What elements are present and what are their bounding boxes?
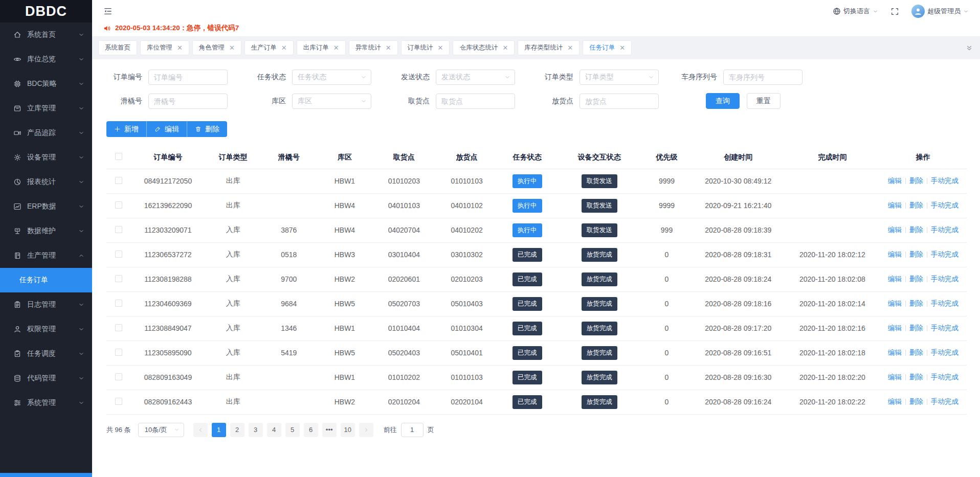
row-checkbox[interactable] (115, 251, 122, 258)
tab-close-icon[interactable]: ✕ (386, 44, 391, 51)
page-number-button[interactable]: 1 (212, 423, 226, 437)
page-size-select[interactable]: 10条/页 (138, 423, 184, 437)
search-button[interactable]: 查询 (706, 93, 740, 109)
edit-link[interactable]: 编辑 (888, 398, 902, 405)
tab[interactable]: 角色管理✕ (192, 40, 241, 55)
manual-complete-link[interactable]: 手动完成 (931, 349, 959, 356)
sidebar-item[interactable]: 系统管理 (0, 391, 92, 415)
delete-button[interactable]: 删除 (187, 121, 227, 137)
delete-link[interactable]: 删除 (909, 251, 923, 258)
edit-link[interactable]: 编辑 (888, 275, 902, 283)
delete-link[interactable]: 删除 (909, 324, 923, 332)
tab-close-icon[interactable]: ✕ (177, 44, 183, 51)
tab[interactable]: 库位管理✕ (140, 40, 189, 55)
delete-link[interactable]: 删除 (909, 201, 923, 209)
page-number-button[interactable]: 3 (249, 423, 263, 437)
fullscreen-icon[interactable] (890, 7, 899, 16)
sidebar-item[interactable]: 产品追踪 (0, 121, 92, 145)
edit-link[interactable]: 编辑 (888, 226, 902, 234)
reset-button[interactable]: 重置 (747, 93, 781, 109)
edit-link[interactable]: 编辑 (888, 373, 902, 381)
delete-link[interactable]: 删除 (909, 373, 923, 381)
row-checkbox[interactable] (115, 349, 122, 356)
manual-complete-link[interactable]: 手动完成 (931, 226, 959, 234)
manual-complete-link[interactable]: 手动完成 (931, 275, 959, 283)
sidebar-item[interactable]: 系统首页 (0, 22, 92, 47)
edit-link[interactable]: 编辑 (888, 349, 902, 356)
row-checkbox[interactable] (115, 324, 122, 331)
sidebar-item[interactable]: 库位总览 (0, 47, 92, 72)
row-checkbox[interactable] (115, 201, 122, 209)
sidebar-item[interactable]: 设备管理 (0, 145, 92, 170)
tab[interactable]: 系统首页 (98, 40, 137, 55)
add-button[interactable]: 新增 (106, 121, 147, 137)
tab-close-icon[interactable]: ✕ (281, 44, 287, 51)
delete-link[interactable]: 删除 (909, 349, 923, 356)
delete-link[interactable]: 删除 (909, 300, 923, 307)
edit-link[interactable]: 编辑 (888, 300, 902, 307)
manual-complete-link[interactable]: 手动完成 (931, 373, 959, 381)
sidebar-item[interactable]: 任务调度 (0, 342, 92, 366)
filter-input[interactable] (436, 94, 515, 109)
tab[interactable]: 生产订单✕ (244, 40, 294, 55)
sidebar-item[interactable]: 生产管理 (0, 243, 92, 268)
filter-select[interactable]: 订单类型 (580, 70, 659, 85)
tab[interactable]: 库存类型统计✕ (518, 40, 580, 55)
sidebar-subitem[interactable]: 任务订单 (0, 268, 92, 292)
manual-complete-link[interactable]: 手动完成 (931, 177, 959, 185)
tab-close-icon[interactable]: ✕ (438, 44, 443, 51)
delete-link[interactable]: 删除 (909, 177, 923, 185)
edit-link[interactable]: 编辑 (888, 201, 902, 209)
tab-close-icon[interactable]: ✕ (502, 44, 508, 51)
tab-close-icon[interactable]: ✕ (567, 44, 573, 51)
tab-close-icon[interactable]: ✕ (619, 44, 625, 51)
page-number-button[interactable]: 2 (230, 423, 244, 437)
page-number-button[interactable]: ••• (322, 423, 337, 437)
delete-link[interactable]: 删除 (909, 275, 923, 283)
filter-select[interactable]: 任务状态 (292, 70, 371, 85)
language-switcher[interactable]: 切换语言 (833, 7, 878, 16)
tab[interactable]: 出库订单✕ (297, 40, 346, 55)
page-number-button[interactable]: 5 (285, 423, 300, 437)
sidebar-item[interactable]: 报表统计 (0, 170, 92, 194)
manual-complete-link[interactable]: 手动完成 (931, 251, 959, 258)
edit-link[interactable]: 编辑 (888, 251, 902, 258)
tab[interactable]: 仓库状态统计✕ (453, 40, 515, 55)
user-menu[interactable]: 超级管理员 (911, 5, 969, 18)
next-page-button[interactable] (359, 423, 373, 437)
manual-complete-link[interactable]: 手动完成 (931, 398, 959, 405)
tab-close-icon[interactable]: ✕ (333, 44, 339, 51)
filter-input[interactable] (148, 70, 228, 85)
select-all-checkbox[interactable] (115, 153, 122, 160)
page-number-button[interactable]: 6 (304, 423, 318, 437)
sidebar-item[interactable]: 数据维护 (0, 219, 92, 243)
sidebar-collapse-icon[interactable] (103, 7, 113, 16)
sidebar-item[interactable]: 日志管理 (0, 292, 92, 317)
filter-select[interactable]: 库区 (292, 94, 371, 109)
sidebar-item[interactable]: ERP数据 (0, 194, 92, 219)
tab[interactable]: 异常统计✕ (349, 40, 398, 55)
row-checkbox[interactable] (115, 300, 122, 307)
row-checkbox[interactable] (115, 177, 122, 184)
row-checkbox[interactable] (115, 373, 122, 380)
tab-close-icon[interactable]: ✕ (229, 44, 235, 51)
tab[interactable]: 任务订单✕ (583, 40, 632, 55)
prev-page-button[interactable] (193, 423, 208, 437)
page-number-button[interactable]: 10 (341, 423, 355, 437)
manual-complete-link[interactable]: 手动完成 (931, 201, 959, 209)
tabs-collapse-icon[interactable] (966, 44, 973, 52)
manual-complete-link[interactable]: 手动完成 (931, 324, 959, 332)
sidebar-item[interactable]: 立库管理 (0, 96, 92, 121)
row-checkbox[interactable] (115, 226, 122, 233)
goto-page-input[interactable] (401, 423, 424, 437)
page-number-button[interactable]: 4 (267, 423, 281, 437)
sidebar-item[interactable]: BDC策略 (0, 72, 92, 96)
row-checkbox[interactable] (115, 398, 122, 405)
delete-link[interactable]: 删除 (909, 398, 923, 405)
filter-input[interactable] (723, 70, 803, 85)
edit-link[interactable]: 编辑 (888, 324, 902, 332)
filter-select[interactable]: 发送状态 (436, 70, 515, 85)
edit-link[interactable]: 编辑 (888, 177, 902, 185)
sidebar-item[interactable]: 权限管理 (0, 317, 92, 342)
filter-input[interactable] (580, 94, 659, 109)
